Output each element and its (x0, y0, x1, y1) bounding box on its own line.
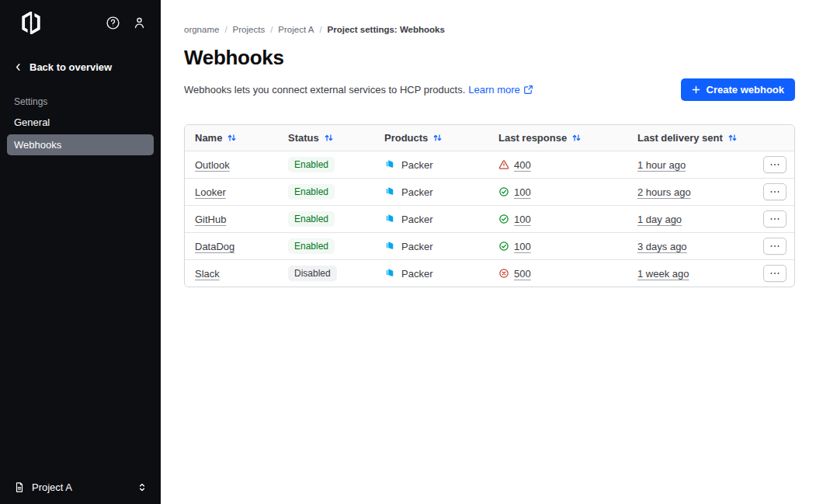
breadcrumb-projects[interactable]: Projects (233, 25, 266, 34)
project-switcher[interactable]: Project A (0, 471, 161, 504)
column-label: Products (384, 132, 428, 144)
product-label: Packer (401, 268, 432, 280)
response-status-icon (498, 214, 509, 224)
ellipsis-icon (770, 245, 780, 248)
table-header-row: Name Status Products Last response Last … (185, 125, 794, 151)
create-webhook-label: Create webhook (707, 84, 784, 96)
table-row: Looker Enabled Packer 100 2 hours ago (185, 178, 794, 205)
product-label: Packer (401, 159, 432, 171)
webhook-name-link[interactable]: GitHub (195, 214, 226, 225)
back-link-label: Back to overview (30, 61, 112, 73)
column-header-last-delivery-sent: Last delivery sent (637, 132, 751, 144)
sidebar-spacer (0, 155, 161, 471)
sort-icon[interactable] (227, 133, 237, 143)
breadcrumb-orgname[interactable]: orgname (184, 25, 219, 34)
column-header-status: Status (288, 132, 384, 144)
last-delivery-link[interactable]: 1 hour ago (637, 159, 686, 171)
last-delivery-link[interactable]: 1 day ago (637, 214, 682, 225)
last-delivery-link[interactable]: 1 week ago (637, 268, 689, 280)
packer-icon (384, 159, 395, 170)
hashicorp-logo[interactable] (20, 11, 42, 35)
breadcrumb-project-a[interactable]: Project A (278, 25, 314, 34)
plus-icon (692, 85, 700, 94)
ellipsis-icon (770, 217, 780, 221)
breadcrumb-separator: / (270, 25, 273, 34)
sort-icon[interactable] (324, 133, 334, 143)
page-description-text: Webhooks lets you connect external servi… (184, 84, 465, 96)
help-icon (106, 16, 120, 30)
status-badge: Enabled (288, 184, 335, 200)
account-button[interactable] (132, 16, 147, 30)
sidebar-item-webhooks[interactable]: Webhooks (7, 134, 154, 155)
ellipsis-icon (770, 272, 780, 275)
webhook-name-link[interactable]: Outlook (195, 159, 230, 171)
project-switcher-label: Project A (32, 481, 130, 493)
table-body: Outlook Enabled Packer 400 1 hour ago (185, 151, 794, 287)
column-label: Last delivery sent (637, 132, 723, 144)
user-icon (132, 16, 147, 30)
sidebar-item-label: Webhooks (14, 139, 61, 151)
sidebar-item-label: General (14, 116, 50, 128)
response-status-icon (498, 159, 509, 170)
packer-icon (384, 214, 395, 224)
response-code-link[interactable]: 400 (514, 159, 531, 171)
status-badge: Enabled (288, 211, 335, 227)
row-menu-button[interactable] (763, 183, 787, 200)
page-description: Webhooks lets you connect external servi… (184, 84, 533, 96)
response-status-icon (498, 268, 509, 279)
last-delivery-link[interactable]: 2 hours ago (637, 186, 691, 198)
sidebar-item-general[interactable]: General (7, 112, 154, 133)
response-code-link[interactable]: 500 (514, 268, 531, 280)
webhook-name-link[interactable]: Looker (195, 186, 226, 198)
row-menu-button[interactable] (763, 238, 787, 255)
sort-icon[interactable] (728, 133, 738, 143)
packer-icon (384, 268, 395, 279)
status-badge: Enabled (288, 238, 335, 254)
packer-icon (384, 241, 395, 252)
chevron-left-icon (14, 63, 23, 71)
sidebar-nav: General Webhooks (7, 112, 154, 155)
webhook-name-link[interactable]: DataDog (195, 241, 234, 252)
column-label: Last response (498, 132, 567, 144)
back-to-overview-link[interactable]: Back to overview (14, 61, 147, 73)
breadcrumb-current: Project settings: Webhooks (328, 25, 445, 34)
table-row: Outlook Enabled Packer 400 1 hour ago (185, 151, 794, 178)
column-label: Status (288, 132, 319, 144)
response-status-icon (498, 186, 509, 197)
create-webhook-button[interactable]: Create webhook (681, 78, 795, 101)
column-label: Name (195, 132, 222, 144)
response-code-link[interactable]: 100 (514, 241, 531, 252)
last-delivery-link[interactable]: 3 days ago (637, 241, 687, 252)
webhooks-table: Name Status Products Last response Last … (184, 124, 795, 287)
response-code-link[interactable]: 100 (514, 186, 531, 198)
webhook-name-link[interactable]: Slack (195, 268, 220, 280)
learn-more-link[interactable]: Learn more (468, 84, 533, 96)
sort-icon[interactable] (432, 133, 443, 143)
packer-icon (384, 186, 395, 197)
main-content: orgname / Projects / Project A / Project… (161, 0, 823, 504)
column-header-name: Name (195, 132, 288, 144)
status-badge: Disabled (288, 266, 337, 281)
column-header-last-response: Last response (498, 132, 637, 144)
table-row: Slack Disabled Packer 500 1 week ago (185, 259, 794, 287)
sort-icon[interactable] (571, 133, 582, 143)
status-badge: Enabled (288, 157, 335, 172)
product-label: Packer (401, 214, 432, 225)
row-menu-button[interactable] (763, 265, 787, 282)
product-label: Packer (401, 241, 432, 252)
row-menu-button[interactable] (763, 156, 787, 173)
page-title: Webhooks (184, 46, 795, 70)
breadcrumb: orgname / Projects / Project A / Project… (184, 25, 795, 34)
ellipsis-icon (770, 190, 780, 193)
help-button[interactable] (106, 16, 120, 30)
page-header-row: Webhooks lets you connect external servi… (184, 78, 795, 101)
column-header-products: Products (384, 132, 498, 144)
table-row: DataDog Enabled Packer 100 3 days ago (185, 232, 794, 259)
product-label: Packer (401, 186, 432, 198)
response-code-link[interactable]: 100 (514, 214, 531, 225)
row-menu-button[interactable] (763, 210, 787, 228)
table-row: GitHub Enabled Packer 100 1 day ago (185, 205, 794, 232)
document-icon (14, 481, 25, 493)
response-status-icon (498, 241, 509, 252)
sidebar-section-label: Settings (14, 96, 147, 107)
